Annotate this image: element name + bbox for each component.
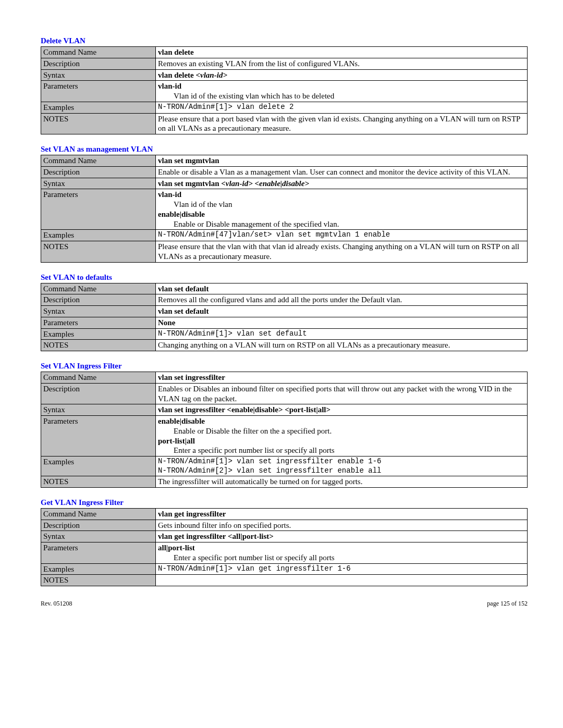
- row-label: Description: [41, 166, 156, 178]
- footer-revision: Rev. 051208: [41, 600, 72, 608]
- table-row: Command Name vlan get ingressfilter: [41, 508, 528, 520]
- table-row: Description Enable or disable a Vlan as …: [41, 166, 528, 178]
- table-row: Syntax vlan set default: [41, 306, 528, 317]
- row-value: vlan set default: [156, 306, 528, 317]
- section-delete-vlan: Delete VLAN Command Name vlan delete Des…: [41, 36, 528, 134]
- section-set-mgmt-vlan: Set VLAN as management VLAN Command Name…: [41, 145, 528, 263]
- row-label: NOTES: [41, 340, 156, 351]
- row-value: N-TRON/Admin#[47]vlan/set> vlan set mgmt…: [156, 230, 528, 241]
- row-label: Examples: [41, 102, 156, 113]
- example-line: N-TRON/Admin#[2]> vlan set ingressfilter…: [158, 466, 381, 475]
- footer-page-number: page 125 of 152: [487, 600, 528, 608]
- row-value: all|port-list Enter a specific port numb…: [156, 542, 528, 564]
- param-desc: Enter a specific port number list or spe…: [174, 553, 335, 563]
- row-label: NOTES: [41, 476, 156, 488]
- table-row: Examples N-TRON/Admin#[1]> vlan set defa…: [41, 328, 528, 340]
- param-name: all|port-list: [158, 544, 195, 552]
- section-get-ingress-filter: Get VLAN Ingress Filter Command Name vla…: [41, 498, 528, 586]
- row-label: Examples: [41, 563, 156, 575]
- row-label: Command Name: [41, 47, 156, 58]
- param-name: None: [158, 318, 175, 327]
- table-row: Description Gets inbound filter info on …: [41, 520, 528, 531]
- row-label: Command Name: [41, 372, 156, 384]
- table-row: Command Name vlan set ingressfilter: [41, 372, 528, 384]
- table-row: Parameters vlan-id Vlan id of the vlan e…: [41, 189, 528, 230]
- param-desc: Enter a specific port number list or spe…: [174, 446, 335, 455]
- param-name: enable|disable: [158, 210, 205, 218]
- row-label: Examples: [41, 456, 156, 476]
- syntax-ital: <vlan-id> <enable|disable>: [221, 179, 309, 188]
- command-name: vlan set default: [158, 285, 209, 293]
- table-row: NOTES The ingressfilter will automatical…: [41, 476, 528, 488]
- table-row: NOTES Changing anything on a VLAN will t…: [41, 340, 528, 351]
- row-value: Removes an existing VLAN from the list o…: [156, 58, 528, 69]
- section-title: Delete VLAN: [41, 36, 528, 45]
- row-value: vlan get ingressfilter <all|port-list>: [156, 531, 528, 542]
- row-value: Please ensure that the vlan with that vl…: [156, 241, 528, 263]
- row-value: Removes all the configured vlans and add…: [156, 294, 528, 306]
- table-row: Examples N-TRON/Admin#[1]> vlan set ingr…: [41, 456, 528, 476]
- row-value: vlan delete: [156, 47, 528, 58]
- param-desc: Vlan id of the vlan: [174, 200, 232, 209]
- section-title: Get VLAN Ingress Filter: [41, 498, 528, 507]
- row-value: vlan-id Vlan id of the vlan enable|disab…: [156, 189, 528, 230]
- row-label: Examples: [41, 230, 156, 241]
- row-label: Command Name: [41, 508, 156, 520]
- table-row: Command Name vlan set mgmtvlan: [41, 155, 528, 167]
- row-label: Parameters: [41, 416, 156, 456]
- table-row: Examples N-TRON/Admin#[47]vlan/set> vlan…: [41, 230, 528, 241]
- command-table: Command Name vlan get ingressfilter Desc…: [41, 508, 528, 586]
- row-value: Changing anything on a VLAN will turn on…: [156, 340, 528, 351]
- table-row: NOTES Please ensure that a port based vl…: [41, 113, 528, 134]
- syntax-bold: vlan delete: [158, 71, 196, 79]
- row-value: vlan set mgmtvlan <vlan-id> <enable|disa…: [156, 178, 528, 189]
- row-value: N-TRON/Admin#[1]> vlan set ingressfilter…: [156, 456, 528, 476]
- param-desc: Vlan id of the existing vlan which has t…: [174, 91, 334, 101]
- row-label: Syntax: [41, 531, 156, 542]
- table-row: Syntax vlan delete <vlan-id>: [41, 69, 528, 81]
- param-name: port-list|all: [158, 437, 195, 445]
- syntax-bold: vlan get ingressfilter <all|port-list>: [158, 532, 274, 540]
- command-name: vlan delete: [158, 48, 194, 56]
- table-row: Description Enables or Disables an inbou…: [41, 383, 528, 404]
- row-label: Parameters: [41, 189, 156, 230]
- row-value: None: [156, 317, 528, 328]
- table-row: Command Name vlan delete: [41, 47, 528, 58]
- command-table: Command Name vlan set ingressfilter Desc…: [41, 372, 528, 488]
- example-line: N-TRON/Admin#[1]> vlan set ingressfilter…: [158, 457, 381, 465]
- command-table: Command Name vlan set default Descriptio…: [41, 283, 528, 352]
- command-name: vlan get ingressfilter: [158, 510, 226, 518]
- table-row: Command Name vlan set default: [41, 283, 528, 294]
- row-value: vlan set ingressfilter <enable|disable> …: [156, 404, 528, 416]
- table-row: NOTES Please ensure that the vlan with t…: [41, 241, 528, 263]
- table-row: Description Removes all the configured v…: [41, 294, 528, 306]
- section-set-ingress-filter: Set VLAN Ingress Filter Command Name vla…: [41, 362, 528, 488]
- table-row: Parameters vlan-id Vlan id of the existi…: [41, 81, 528, 102]
- row-label: Description: [41, 383, 156, 404]
- row-label: Parameters: [41, 542, 156, 564]
- row-label: Command Name: [41, 155, 156, 167]
- table-row: NOTES: [41, 575, 528, 586]
- row-value: N-TRON/Admin#[1]> vlan set default: [156, 328, 528, 340]
- row-value: N-TRON/Admin#[1]> vlan get ingressfilter…: [156, 563, 528, 575]
- syntax-bold: vlan set ingressfilter <enable|disable> …: [158, 405, 331, 414]
- row-value: vlan set default: [156, 283, 528, 294]
- table-row: Syntax vlan set mgmtvlan <vlan-id> <enab…: [41, 178, 528, 189]
- table-row: Parameters None: [41, 317, 528, 328]
- row-label: Syntax: [41, 404, 156, 416]
- table-row: Syntax vlan set ingressfilter <enable|di…: [41, 404, 528, 416]
- table-row: Syntax vlan get ingressfilter <all|port-…: [41, 531, 528, 542]
- syntax-bold: vlan set mgmtvlan: [158, 179, 221, 188]
- command-name: vlan set ingressfilter: [158, 373, 225, 381]
- param-name: enable|disable: [158, 417, 205, 425]
- page-footer: Rev. 051208 page 125 of 152: [41, 600, 528, 608]
- table-row: Parameters enable|disable Enable or Disa…: [41, 416, 528, 456]
- section-title: Set VLAN as management VLAN: [41, 145, 528, 154]
- table-row: Examples N-TRON/Admin#[1]> vlan delete 2: [41, 102, 528, 113]
- row-value: The ingressfilter will automatically be …: [156, 476, 528, 488]
- command-name: vlan set mgmtvlan: [158, 156, 219, 165]
- row-label: NOTES: [41, 575, 156, 586]
- section-set-vlan-defaults: Set VLAN to defaults Command Name vlan s…: [41, 273, 528, 352]
- row-label: Description: [41, 58, 156, 69]
- row-label: Syntax: [41, 306, 156, 317]
